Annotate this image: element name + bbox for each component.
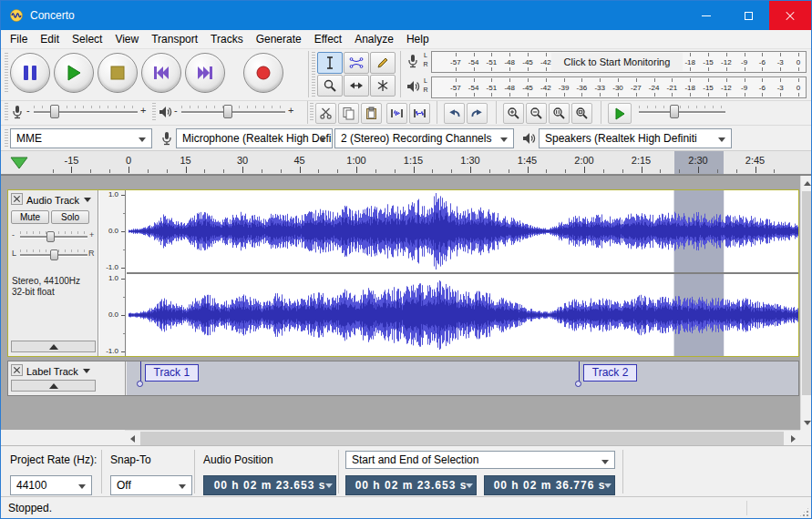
mute-button[interactable]: Mute	[11, 210, 49, 224]
audio-track-collapse-button[interactable]	[11, 341, 96, 352]
play-at-speed-button[interactable]	[608, 103, 632, 124]
label-track-collapse-button[interactable]	[11, 380, 96, 392]
selection-end-field[interactable]: 00 h 02 m 36.776 s	[484, 475, 615, 495]
playback-meter-speaker-icon[interactable]	[406, 79, 420, 94]
playback-device-select[interactable]: Speakers (Realtek High Definiti	[539, 128, 732, 148]
selection-start-field[interactable]: 00 h 02 m 23.653 s	[345, 475, 477, 495]
undo-button[interactable]	[444, 103, 465, 124]
paste-button[interactable]	[361, 103, 382, 124]
label-handle[interactable]	[137, 381, 143, 387]
playback-volume-grip[interactable]	[152, 103, 156, 121]
menu-item-generate[interactable]: Generate	[250, 31, 308, 47]
maximize-button[interactable]	[727, 1, 769, 30]
multi-tool-button[interactable]	[370, 75, 396, 97]
playback-volume-slider[interactable]	[181, 102, 285, 122]
label-stem[interactable]	[579, 361, 580, 382]
menu-item-edit[interactable]: Edit	[34, 31, 66, 47]
minimize-button[interactable]	[685, 1, 727, 30]
copy-button[interactable]	[338, 103, 359, 124]
scroll-up-button[interactable]	[801, 176, 811, 190]
track-canvas[interactable]: Audio Track Mute Solo - + L R Stereo, 44…	[1, 175, 811, 430]
zoom-out-button[interactable]	[526, 103, 547, 124]
label-2[interactable]: Track 2	[583, 364, 638, 382]
skip-to-start-button[interactable]	[141, 53, 181, 93]
resize-grip[interactable]	[798, 506, 810, 518]
draw-tool-button[interactable]	[370, 52, 396, 74]
trim-audio-button[interactable]	[386, 103, 407, 124]
scroll-right-button[interactable]	[786, 431, 800, 446]
selection-mode-select[interactable]: Start and End of Selection	[345, 451, 615, 469]
record-button[interactable]	[243, 53, 283, 93]
pan-left-label: L	[12, 249, 16, 258]
timeshift-tool-button[interactable]	[344, 75, 369, 97]
slider-thumb[interactable]	[50, 105, 59, 118]
menu-item-view[interactable]: View	[108, 31, 145, 47]
recording-channels-select[interactable]: 2 (Stereo) Recording Channels	[334, 128, 514, 148]
slider-thumb[interactable]	[670, 105, 679, 118]
label-track-close-button[interactable]	[11, 364, 23, 376]
audio-track-close-button[interactable]	[11, 193, 23, 205]
menu-item-tracks[interactable]: Tracks	[204, 31, 250, 47]
zoom-tool-button[interactable]	[317, 75, 343, 97]
menu-item-file[interactable]: File	[4, 31, 34, 47]
device-toolbar-grip[interactable]	[5, 129, 8, 148]
menu-item-analyze[interactable]: Analyze	[348, 31, 400, 47]
project-rate-select[interactable]: 44100	[10, 475, 92, 495]
slider-thumb[interactable]	[223, 105, 232, 118]
label-stem[interactable]	[140, 361, 141, 382]
cut-button[interactable]	[315, 103, 336, 124]
waveform-canvas[interactable]	[127, 190, 798, 356]
label-track-title[interactable]: Label Track	[26, 365, 90, 377]
record-meter-mic-icon[interactable]	[406, 54, 420, 68]
playback-meter[interactable]: -57-54-51-48-45-42-39-36-33-30-27-24-21-…	[431, 76, 807, 98]
scroll-down-button[interactable]	[801, 415, 811, 430]
horizontal-scrollbar[interactable]	[125, 430, 800, 445]
menu-item-select[interactable]: Select	[66, 31, 108, 47]
horizontal-scroll-thumb[interactable]	[140, 432, 784, 445]
mixer-toolbar-grip[interactable]	[5, 103, 8, 121]
vertical-scrollbar[interactable]	[800, 176, 811, 430]
redo-button[interactable]	[467, 103, 488, 124]
pan-thumb[interactable]	[50, 249, 58, 260]
monitoring-overlay-label[interactable]: Click to Start Monitoring	[551, 53, 683, 71]
fit-project-button[interactable]	[571, 103, 592, 124]
meter-tick	[618, 78, 619, 82]
close-button[interactable]	[769, 1, 811, 30]
tools-toolbar-grip[interactable]	[312, 52, 315, 97]
label-track-content[interactable]: Track 1Track 2	[127, 361, 798, 395]
meter-tick	[690, 78, 691, 82]
label-handle[interactable]	[575, 381, 581, 387]
stop-button[interactable]	[98, 53, 138, 93]
pause-button[interactable]	[10, 53, 50, 93]
audio-track-title[interactable]: Audio Track	[26, 194, 91, 206]
menu-item-help[interactable]: Help	[400, 31, 436, 47]
play-button[interactable]	[54, 53, 94, 93]
zoom-in-button[interactable]	[503, 103, 524, 124]
vertical-scroll-thumb[interactable]	[802, 191, 811, 395]
ruler-label: 0.0	[108, 227, 118, 235]
envelope-tool-button[interactable]	[344, 52, 369, 74]
silence-audio-button[interactable]	[409, 103, 430, 124]
gain-thumb[interactable]	[46, 231, 55, 242]
scroll-left-button[interactable]	[125, 431, 139, 446]
solo-button[interactable]: Solo	[51, 210, 89, 224]
audio-host-select[interactable]: MME	[10, 128, 152, 148]
timeline-ruler[interactable]: -1501530451:001:151:301:452:002:152:302:…	[1, 150, 811, 175]
selection-tool-button[interactable]	[317, 52, 343, 74]
pinned-playhead-button[interactable]	[10, 157, 28, 170]
timeline-tick	[375, 169, 376, 173]
skip-to-end-button[interactable]	[185, 53, 225, 93]
edit-toolbar-grip[interactable]	[310, 103, 313, 121]
transport-toolbar-grip[interactable]	[5, 53, 8, 93]
snap-to-select[interactable]: Off	[110, 475, 192, 495]
menu-item-effect[interactable]: Effect	[308, 31, 348, 47]
record-meter[interactable]: -57-54-51-48-45-42-39-36-33-30-27-24-21-…	[431, 51, 807, 73]
menu-item-transport[interactable]: Transport	[145, 31, 204, 47]
snap-to-value: Off	[117, 479, 131, 492]
play-speed-slider[interactable]	[639, 102, 725, 122]
zoom-to-selection-button[interactable]	[549, 103, 570, 124]
recording-volume-slider[interactable]	[34, 102, 138, 122]
recording-device-select[interactable]: Microphone (Realtek High Defini	[176, 128, 333, 148]
audio-position-field[interactable]: 00 h 02 m 23.653 s	[203, 475, 336, 495]
label-1[interactable]: Track 1	[145, 364, 200, 382]
